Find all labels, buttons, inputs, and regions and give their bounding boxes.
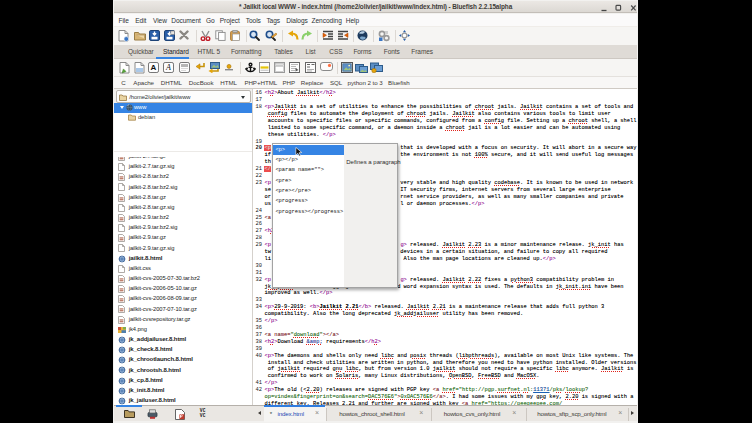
svg-text:A: A [165,63,171,72]
svg-text:A: A [150,63,156,72]
